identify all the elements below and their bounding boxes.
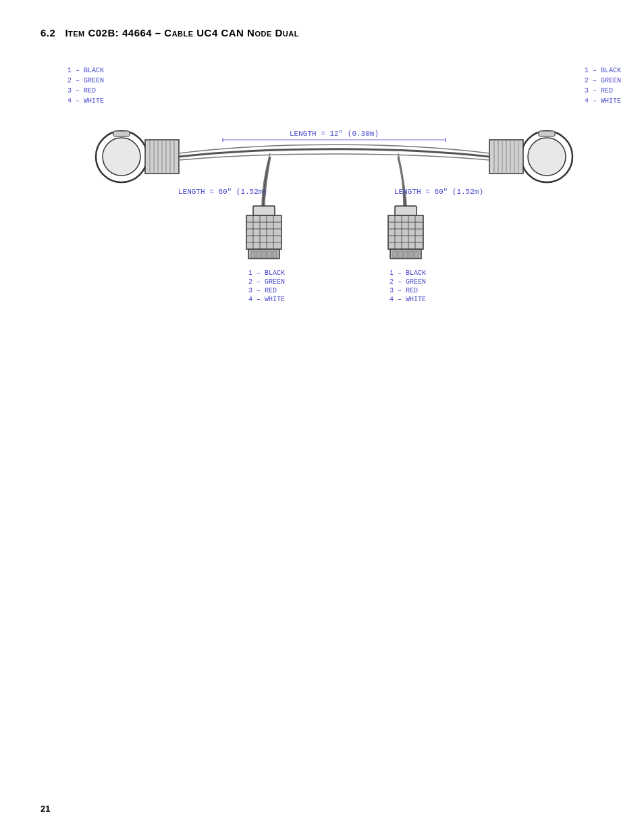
svg-text:LENGTH = 60" (1.52m): LENGTH = 60" (1.52m) <box>394 188 483 196</box>
svg-text:2 – GREEN: 2 – GREEN <box>248 278 285 286</box>
svg-text:1 – BLACK: 1 – BLACK <box>248 269 285 277</box>
svg-rect-2 <box>113 131 130 136</box>
svg-text:1 – BLACK: 1 – BLACK <box>390 269 426 277</box>
svg-rect-57 <box>414 251 419 258</box>
page: 6.2 Item C02B: 44664 – Cable UC4 CAN Nod… <box>0 0 644 834</box>
svg-text:LENGTH = 12" (0.30m): LENGTH = 12" (0.30m) <box>290 130 379 138</box>
svg-rect-40 <box>267 251 271 258</box>
svg-text:4 – WHITE: 4 – WHITE <box>390 296 426 303</box>
svg-text:4 – WHITE: 4 – WHITE <box>248 296 285 303</box>
section-title-text: Item C02B: 44664 – Cable UC4 CAN Node Du… <box>65 27 299 38</box>
svg-rect-41 <box>273 251 277 258</box>
svg-rect-55 <box>404 251 408 258</box>
svg-text:2 – GREEN: 2 – GREEN <box>390 278 426 286</box>
page-number: 21 <box>41 804 50 814</box>
svg-point-1 <box>103 138 140 176</box>
section-number: 6.2 <box>41 27 55 38</box>
svg-rect-37 <box>251 251 255 258</box>
svg-point-12 <box>528 138 566 176</box>
svg-rect-42 <box>395 206 417 215</box>
svg-rect-56 <box>409 251 413 258</box>
section-title: 6.2 Item C02B: 44664 – Cable UC4 CAN Nod… <box>41 27 603 38</box>
svg-text:LENGTH = 60" (1.52m): LENGTH = 60" (1.52m) <box>178 188 267 196</box>
svg-text:3 – RED: 3 – RED <box>248 287 277 294</box>
svg-rect-26 <box>253 206 275 215</box>
svg-rect-38 <box>257 251 261 258</box>
svg-rect-43 <box>388 215 423 249</box>
svg-rect-13 <box>539 131 555 136</box>
svg-rect-54 <box>398 251 402 258</box>
svg-rect-39 <box>262 251 266 258</box>
diagram-container: 1 – BLACK2 – GREEN3 – RED4 – WHITE 1 – B… <box>41 52 628 336</box>
svg-text:3 – RED: 3 – RED <box>390 287 418 294</box>
svg-rect-27 <box>246 215 281 249</box>
svg-rect-53 <box>393 251 397 258</box>
cable-diagram-svg: LENGTH = 12" (0.30m) <box>41 52 628 342</box>
